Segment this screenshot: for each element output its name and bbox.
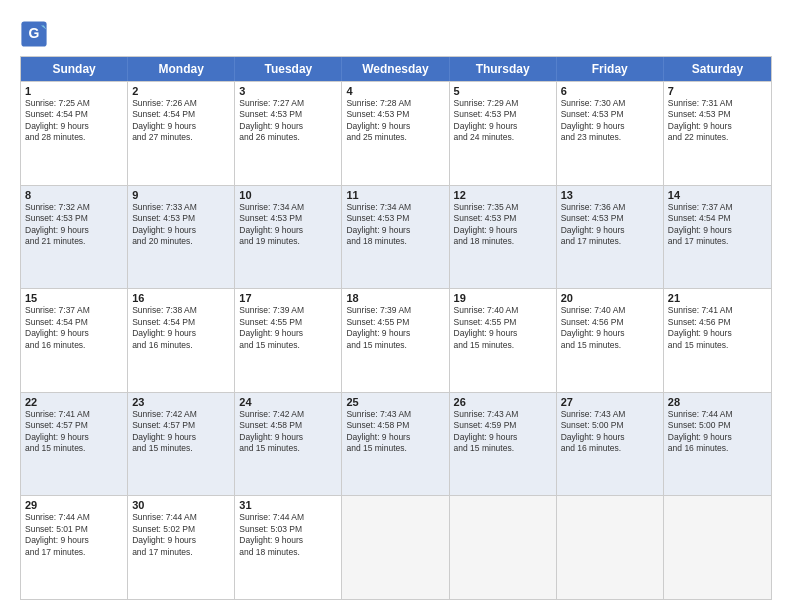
day-number: 16	[132, 292, 230, 304]
cal-header-tuesday: Tuesday	[235, 57, 342, 81]
page: G SundayMondayTuesdayWednesdayThursdayFr…	[0, 0, 792, 612]
cell-line-3: and 22 minutes.	[668, 132, 767, 143]
cell-line-3: and 17 minutes.	[561, 236, 659, 247]
cal-cell-empty-4-6	[664, 496, 771, 599]
cell-line-1: Sunset: 4:53 PM	[132, 213, 230, 224]
cal-header-friday: Friday	[557, 57, 664, 81]
cell-line-2: Daylight: 9 hours	[454, 225, 552, 236]
calendar: SundayMondayTuesdayWednesdayThursdayFrid…	[20, 56, 772, 600]
day-number: 18	[346, 292, 444, 304]
cal-cell-day-3: 3Sunrise: 7:27 AMSunset: 4:53 PMDaylight…	[235, 82, 342, 185]
cell-line-0: Sunrise: 7:41 AM	[25, 409, 123, 420]
cell-line-1: Sunset: 4:54 PM	[25, 109, 123, 120]
cal-cell-day-31: 31Sunrise: 7:44 AMSunset: 5:03 PMDayligh…	[235, 496, 342, 599]
cal-cell-day-28: 28Sunrise: 7:44 AMSunset: 5:00 PMDayligh…	[664, 393, 771, 496]
cell-line-1: Sunset: 4:53 PM	[346, 109, 444, 120]
calendar-header-row: SundayMondayTuesdayWednesdayThursdayFrid…	[21, 57, 771, 81]
cell-line-2: Daylight: 9 hours	[561, 225, 659, 236]
cal-cell-day-4: 4Sunrise: 7:28 AMSunset: 4:53 PMDaylight…	[342, 82, 449, 185]
cell-line-2: Daylight: 9 hours	[25, 432, 123, 443]
day-number: 29	[25, 499, 123, 511]
cal-cell-day-24: 24Sunrise: 7:42 AMSunset: 4:58 PMDayligh…	[235, 393, 342, 496]
cell-line-0: Sunrise: 7:44 AM	[239, 512, 337, 523]
cal-cell-day-1: 1Sunrise: 7:25 AMSunset: 4:54 PMDaylight…	[21, 82, 128, 185]
cell-line-3: and 16 minutes.	[668, 443, 767, 454]
cell-line-0: Sunrise: 7:36 AM	[561, 202, 659, 213]
cell-line-2: Daylight: 9 hours	[239, 121, 337, 132]
cell-line-1: Sunset: 4:53 PM	[561, 109, 659, 120]
cell-line-0: Sunrise: 7:38 AM	[132, 305, 230, 316]
cell-line-3: and 16 minutes.	[25, 340, 123, 351]
cell-line-2: Daylight: 9 hours	[346, 432, 444, 443]
cell-line-3: and 15 minutes.	[239, 340, 337, 351]
cell-line-0: Sunrise: 7:33 AM	[132, 202, 230, 213]
cell-line-0: Sunrise: 7:42 AM	[132, 409, 230, 420]
day-number: 31	[239, 499, 337, 511]
cell-line-1: Sunset: 4:53 PM	[454, 213, 552, 224]
cal-cell-day-7: 7Sunrise: 7:31 AMSunset: 4:53 PMDaylight…	[664, 82, 771, 185]
cell-line-3: and 16 minutes.	[132, 340, 230, 351]
cell-line-0: Sunrise: 7:40 AM	[454, 305, 552, 316]
cell-line-0: Sunrise: 7:39 AM	[346, 305, 444, 316]
cell-line-3: and 15 minutes.	[668, 340, 767, 351]
day-number: 19	[454, 292, 552, 304]
cal-header-sunday: Sunday	[21, 57, 128, 81]
cell-line-3: and 20 minutes.	[132, 236, 230, 247]
cal-cell-day-6: 6Sunrise: 7:30 AMSunset: 4:53 PMDaylight…	[557, 82, 664, 185]
cal-cell-day-13: 13Sunrise: 7:36 AMSunset: 4:53 PMDayligh…	[557, 186, 664, 289]
day-number: 15	[25, 292, 123, 304]
calendar-body: 1Sunrise: 7:25 AMSunset: 4:54 PMDaylight…	[21, 81, 771, 599]
cell-line-2: Daylight: 9 hours	[668, 432, 767, 443]
cell-line-2: Daylight: 9 hours	[561, 121, 659, 132]
cal-cell-empty-4-5	[557, 496, 664, 599]
cell-line-3: and 17 minutes.	[132, 547, 230, 558]
day-number: 4	[346, 85, 444, 97]
cal-cell-day-15: 15Sunrise: 7:37 AMSunset: 4:54 PMDayligh…	[21, 289, 128, 392]
cell-line-1: Sunset: 4:53 PM	[239, 213, 337, 224]
cell-line-3: and 19 minutes.	[239, 236, 337, 247]
cell-line-2: Daylight: 9 hours	[132, 535, 230, 546]
cell-line-1: Sunset: 4:54 PM	[132, 317, 230, 328]
day-number: 28	[668, 396, 767, 408]
cell-line-2: Daylight: 9 hours	[668, 225, 767, 236]
cell-line-2: Daylight: 9 hours	[25, 225, 123, 236]
cell-line-1: Sunset: 4:57 PM	[25, 420, 123, 431]
cal-week-5: 29Sunrise: 7:44 AMSunset: 5:01 PMDayligh…	[21, 495, 771, 599]
cal-cell-day-23: 23Sunrise: 7:42 AMSunset: 4:57 PMDayligh…	[128, 393, 235, 496]
cal-cell-day-21: 21Sunrise: 7:41 AMSunset: 4:56 PMDayligh…	[664, 289, 771, 392]
cell-line-3: and 23 minutes.	[561, 132, 659, 143]
cal-cell-day-20: 20Sunrise: 7:40 AMSunset: 4:56 PMDayligh…	[557, 289, 664, 392]
day-number: 9	[132, 189, 230, 201]
cell-line-0: Sunrise: 7:34 AM	[239, 202, 337, 213]
cell-line-0: Sunrise: 7:39 AM	[239, 305, 337, 316]
cal-cell-day-12: 12Sunrise: 7:35 AMSunset: 4:53 PMDayligh…	[450, 186, 557, 289]
cell-line-2: Daylight: 9 hours	[239, 328, 337, 339]
cell-line-0: Sunrise: 7:25 AM	[25, 98, 123, 109]
cell-line-0: Sunrise: 7:43 AM	[346, 409, 444, 420]
day-number: 1	[25, 85, 123, 97]
cal-header-thursday: Thursday	[450, 57, 557, 81]
cal-cell-empty-4-3	[342, 496, 449, 599]
day-number: 20	[561, 292, 659, 304]
cell-line-2: Daylight: 9 hours	[25, 121, 123, 132]
cell-line-0: Sunrise: 7:40 AM	[561, 305, 659, 316]
cell-line-1: Sunset: 4:53 PM	[25, 213, 123, 224]
cell-line-3: and 17 minutes.	[668, 236, 767, 247]
cell-line-2: Daylight: 9 hours	[454, 328, 552, 339]
cell-line-1: Sunset: 4:55 PM	[454, 317, 552, 328]
cell-line-0: Sunrise: 7:35 AM	[454, 202, 552, 213]
cell-line-2: Daylight: 9 hours	[132, 121, 230, 132]
day-number: 12	[454, 189, 552, 201]
cal-cell-day-22: 22Sunrise: 7:41 AMSunset: 4:57 PMDayligh…	[21, 393, 128, 496]
cal-cell-day-27: 27Sunrise: 7:43 AMSunset: 5:00 PMDayligh…	[557, 393, 664, 496]
day-number: 21	[668, 292, 767, 304]
day-number: 22	[25, 396, 123, 408]
cell-line-3: and 18 minutes.	[454, 236, 552, 247]
cell-line-2: Daylight: 9 hours	[561, 328, 659, 339]
cell-line-3: and 18 minutes.	[346, 236, 444, 247]
cell-line-1: Sunset: 5:02 PM	[132, 524, 230, 535]
cell-line-0: Sunrise: 7:41 AM	[668, 305, 767, 316]
cal-header-saturday: Saturday	[664, 57, 771, 81]
cal-cell-day-29: 29Sunrise: 7:44 AMSunset: 5:01 PMDayligh…	[21, 496, 128, 599]
day-number: 30	[132, 499, 230, 511]
